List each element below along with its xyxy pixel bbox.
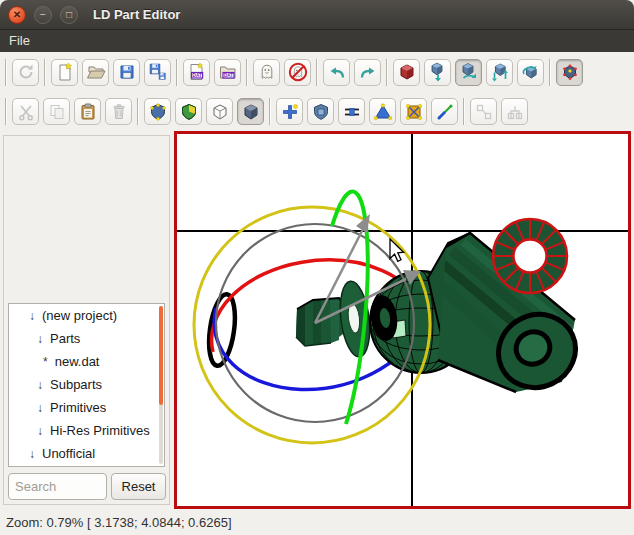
selected-ring-primitive[interactable] bbox=[493, 219, 567, 293]
tree-item-label: Subparts bbox=[50, 377, 102, 392]
viewport-canvas[interactable] bbox=[177, 134, 628, 506]
wireframe-mode-icon bbox=[210, 102, 230, 122]
menubar: File bbox=[0, 30, 634, 52]
open-dat-icon: DAT bbox=[218, 62, 238, 82]
tree-item-unofficial[interactable]: ↓Unofficial bbox=[9, 442, 164, 465]
expand-arrow-icon: ↓ bbox=[29, 309, 35, 323]
tree-item-parts[interactable]: ↓Parts bbox=[9, 327, 164, 350]
titlebar: ✕ − □ LD Part Editor bbox=[0, 0, 634, 30]
hide-ghost-icon bbox=[288, 62, 308, 82]
redo-button[interactable] bbox=[354, 59, 381, 86]
face-mode-button[interactable] bbox=[175, 98, 202, 125]
open-file-button[interactable] bbox=[82, 59, 109, 86]
close-button[interactable]: ✕ bbox=[8, 6, 26, 24]
expand-arrow-icon: ↓ bbox=[37, 424, 43, 438]
add-vertex-button[interactable] bbox=[276, 98, 303, 125]
add-condline-icon bbox=[435, 102, 455, 122]
cut-icon bbox=[16, 102, 36, 122]
statusbar: Zoom: 0.79% [ 3.1738; 4.0844; 0.6265] bbox=[0, 510, 634, 535]
add-line-button[interactable] bbox=[338, 98, 365, 125]
toolbar-separator bbox=[137, 98, 139, 125]
tree-item-primitives[interactable]: ↓Primitives bbox=[9, 396, 164, 419]
tree-item-hires-primitives[interactable]: ↓Hi-Res Primitives bbox=[9, 419, 164, 442]
add-vertex-icon bbox=[280, 102, 300, 122]
save-as-icon bbox=[148, 62, 168, 82]
sync-button[interactable] bbox=[12, 59, 39, 86]
split-button[interactable] bbox=[501, 98, 528, 125]
face-mode-icon bbox=[179, 102, 199, 122]
undo-button[interactable] bbox=[323, 59, 350, 86]
move-cube-icon bbox=[428, 62, 448, 82]
copy-button[interactable] bbox=[43, 98, 70, 125]
paste-button[interactable] bbox=[74, 98, 101, 125]
solid-mode-icon bbox=[241, 102, 261, 122]
toolbar-separator bbox=[269, 98, 271, 125]
red-cube-button[interactable] bbox=[393, 59, 420, 86]
solid-mode-button[interactable] bbox=[237, 98, 264, 125]
toolbar-separator bbox=[5, 98, 7, 125]
maximize-icon: □ bbox=[66, 10, 72, 20]
svg-text:DAT: DAT bbox=[192, 73, 201, 78]
reset-button[interactable]: Reset bbox=[111, 473, 166, 500]
expand-arrow-icon: ↓ bbox=[29, 447, 35, 461]
undo-icon bbox=[327, 62, 347, 82]
refresh-cube-icon bbox=[459, 62, 479, 82]
delete-button[interactable] bbox=[105, 98, 132, 125]
save-as-button[interactable] bbox=[144, 59, 171, 86]
toolbar-separator bbox=[44, 59, 46, 86]
tree-scrollbar-thumb[interactable] bbox=[159, 306, 163, 405]
toolbar-separator bbox=[5, 59, 7, 86]
toolbar-separator bbox=[549, 59, 551, 86]
copy-icon bbox=[47, 102, 67, 122]
open-dat-button[interactable]: DAT bbox=[214, 59, 241, 86]
app-window: ✕ − □ LD Part Editor File DATDAT ↓(new p… bbox=[0, 0, 634, 535]
add-condline-button[interactable] bbox=[431, 98, 458, 125]
expand-arrow-icon: ↓ bbox=[37, 378, 43, 392]
cut-button[interactable] bbox=[12, 98, 39, 125]
viewport-3d[interactable] bbox=[174, 131, 631, 509]
red-cube-icon bbox=[397, 62, 417, 82]
redo-icon bbox=[358, 62, 378, 82]
refresh-cube-button[interactable] bbox=[455, 59, 482, 86]
save-icon bbox=[117, 62, 137, 82]
move-cube-button[interactable] bbox=[424, 59, 451, 86]
vertex-mode-button[interactable] bbox=[144, 98, 171, 125]
add-subfile-button[interactable] bbox=[307, 98, 334, 125]
wireframe-mode-button[interactable] bbox=[206, 98, 233, 125]
vertices-cube-button[interactable] bbox=[556, 59, 583, 86]
content-area: ↓(new project) ↓Parts *new.dat ↓Subparts… bbox=[0, 131, 634, 510]
menu-file[interactable]: File bbox=[0, 30, 39, 52]
rotate-cube-button[interactable] bbox=[517, 59, 544, 86]
zoom-status-text: Zoom: 0.79% [ 3.1738; 4.0844; 0.6265] bbox=[6, 515, 232, 530]
open-file-icon bbox=[86, 62, 106, 82]
add-triangle-icon bbox=[373, 102, 393, 122]
delete-icon bbox=[109, 102, 129, 122]
updown-cube-button[interactable] bbox=[486, 59, 513, 86]
minimize-icon: − bbox=[40, 10, 46, 20]
add-subfile-icon bbox=[311, 102, 331, 122]
merge-button[interactable] bbox=[470, 98, 497, 125]
toolbar-separator bbox=[386, 59, 388, 86]
add-quad-button[interactable] bbox=[400, 98, 427, 125]
tree-item-new-dat[interactable]: *new.dat bbox=[9, 350, 164, 373]
expand-arrow-icon: ↓ bbox=[37, 401, 43, 415]
tree-item-subparts[interactable]: ↓Subparts bbox=[9, 373, 164, 396]
close-icon: ✕ bbox=[13, 10, 21, 20]
tree-item-new-project[interactable]: ↓(new project) bbox=[9, 304, 164, 327]
search-input[interactable] bbox=[8, 473, 107, 500]
toolbar-row1: DATDAT bbox=[0, 52, 634, 92]
show-ghost-button[interactable] bbox=[253, 59, 280, 86]
window-title: LD Part Editor bbox=[93, 7, 180, 22]
hide-ghost-button[interactable] bbox=[284, 59, 311, 86]
project-tree: ↓(new project) ↓Parts *new.dat ↓Subparts… bbox=[8, 303, 165, 467]
save-button[interactable] bbox=[113, 59, 140, 86]
project-panel: ↓(new project) ↓Parts *new.dat ↓Subparts… bbox=[3, 135, 170, 505]
maximize-button[interactable]: □ bbox=[60, 6, 78, 24]
svg-text:DAT: DAT bbox=[224, 73, 233, 78]
minimize-button[interactable]: − bbox=[34, 6, 52, 24]
add-line-icon bbox=[342, 102, 362, 122]
add-triangle-button[interactable] bbox=[369, 98, 396, 125]
new-dat-button[interactable]: DAT bbox=[183, 59, 210, 86]
new-file-button[interactable] bbox=[51, 59, 78, 86]
split-icon bbox=[505, 102, 525, 122]
